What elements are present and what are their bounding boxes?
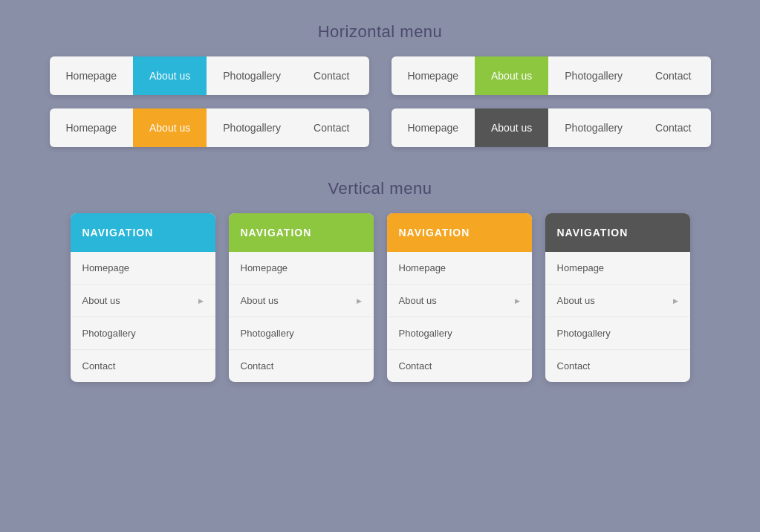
v-menu-item-homepage-blue[interactable]: Homepage <box>71 252 215 285</box>
v-menu-item-aboutus-blue[interactable]: About us <box>71 285 215 317</box>
h-menu-item-photogallery-2[interactable]: Photogallery <box>548 56 639 95</box>
horizontal-menu-green: Homepage About us Photogallery Contact <box>392 56 711 95</box>
horizontal-section: Horizontal menu Homepage About us Photog… <box>15 22 745 160</box>
v-menu-item-aboutus-green[interactable]: About us <box>229 285 374 317</box>
h-menu-item-homepage-2[interactable]: Homepage <box>392 56 475 95</box>
vertical-menu-dark: NAVIGATION Homepage About us Photogaller… <box>545 213 690 382</box>
h-menu-item-contact-1[interactable]: Contact <box>297 56 366 95</box>
v-menu-header-dark: NAVIGATION <box>545 213 690 252</box>
h-menu-item-aboutus-3[interactable]: About us <box>133 108 207 147</box>
v-menu-item-contact-dark[interactable]: Contact <box>545 350 690 382</box>
h-menu-item-photogallery-1[interactable]: Photogallery <box>207 56 297 95</box>
v-menu-item-photogallery-dark[interactable]: Photogallery <box>545 317 690 350</box>
horizontal-menu-blue: Homepage About us Photogallery Contact <box>50 56 369 95</box>
h-menu-item-aboutus-2[interactable]: About us <box>475 56 548 95</box>
h-menu-item-homepage-1[interactable]: Homepage <box>50 56 134 95</box>
vertical-title: Vertical menu <box>15 179 745 198</box>
h-menu-item-contact-3[interactable]: Contact <box>297 108 366 147</box>
h-menu-item-photogallery-3[interactable]: Photogallery <box>207 108 297 147</box>
vertical-section: Vertical menu NAVIGATION Homepage About … <box>15 179 745 382</box>
h-menu-item-homepage-3[interactable]: Homepage <box>50 108 134 147</box>
h-menu-item-photogallery-4[interactable]: Photogallery <box>548 108 639 147</box>
horizontal-menu-row-2: Homepage About us Photogallery Contact H… <box>15 108 745 147</box>
horizontal-menu-yellow: Homepage About us Photogallery Contact <box>50 108 369 147</box>
vertical-menu-blue: NAVIGATION Homepage About us Photogaller… <box>71 213 215 382</box>
v-menu-item-photogallery-green[interactable]: Photogallery <box>229 317 374 350</box>
vertical-menu-yellow: NAVIGATION Homepage About us Photogaller… <box>387 213 532 382</box>
vertical-menu-row: NAVIGATION Homepage About us Photogaller… <box>15 213 745 382</box>
horizontal-menu-row-1: Homepage About us Photogallery Contact H… <box>15 56 745 95</box>
horizontal-menu-dark: Homepage About us Photogallery Contact <box>392 108 711 147</box>
v-menu-item-homepage-green[interactable]: Homepage <box>229 252 374 285</box>
v-menu-item-contact-blue[interactable]: Contact <box>71 350 215 382</box>
v-menu-item-homepage-dark[interactable]: Homepage <box>545 252 690 285</box>
h-menu-item-aboutus-4[interactable]: About us <box>475 108 548 147</box>
h-menu-item-contact-2[interactable]: Contact <box>639 56 707 95</box>
v-menu-item-aboutus-dark[interactable]: About us <box>545 285 690 317</box>
h-menu-item-homepage-4[interactable]: Homepage <box>392 108 475 147</box>
v-menu-header-yellow: NAVIGATION <box>387 213 532 252</box>
v-menu-item-photogallery-yellow[interactable]: Photogallery <box>387 317 532 350</box>
vertical-menu-green: NAVIGATION Homepage About us Photogaller… <box>229 213 374 382</box>
v-menu-item-photogallery-blue[interactable]: Photogallery <box>71 317 215 350</box>
horizontal-title: Horizontal menu <box>15 22 745 42</box>
v-menu-header-blue: NAVIGATION <box>71 213 215 252</box>
v-menu-item-homepage-yellow[interactable]: Homepage <box>387 252 532 285</box>
v-menu-header-green: NAVIGATION <box>229 213 374 252</box>
h-menu-item-aboutus-1[interactable]: About us <box>133 56 207 95</box>
v-menu-item-contact-yellow[interactable]: Contact <box>387 350 532 382</box>
h-menu-item-contact-4[interactable]: Contact <box>639 108 707 147</box>
v-menu-item-aboutus-yellow[interactable]: About us <box>387 285 532 317</box>
v-menu-item-contact-green[interactable]: Contact <box>229 350 374 382</box>
